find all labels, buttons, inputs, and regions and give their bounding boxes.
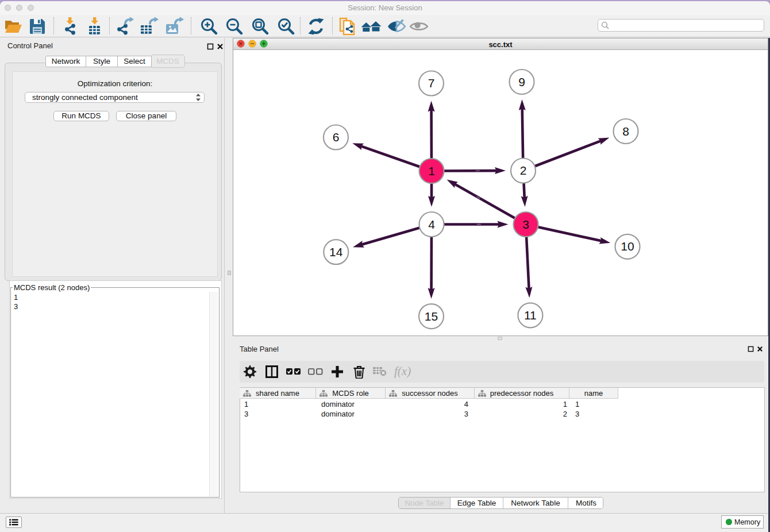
svg-text:1: 1 bbox=[428, 164, 435, 178]
svg-text:11: 11 bbox=[524, 309, 537, 322]
svg-text:2: 2 bbox=[520, 164, 527, 177]
svg-text:3: 3 bbox=[522, 218, 529, 231]
svg-text:8: 8 bbox=[622, 125, 629, 138]
svg-text:15: 15 bbox=[425, 310, 438, 323]
svg-text:6: 6 bbox=[333, 130, 340, 144]
svg-text:7: 7 bbox=[428, 76, 435, 90]
svg-text:10: 10 bbox=[621, 240, 634, 253]
svg-text:14: 14 bbox=[329, 245, 343, 259]
svg-text:4: 4 bbox=[428, 218, 435, 231]
svg-text:9: 9 bbox=[518, 75, 525, 88]
